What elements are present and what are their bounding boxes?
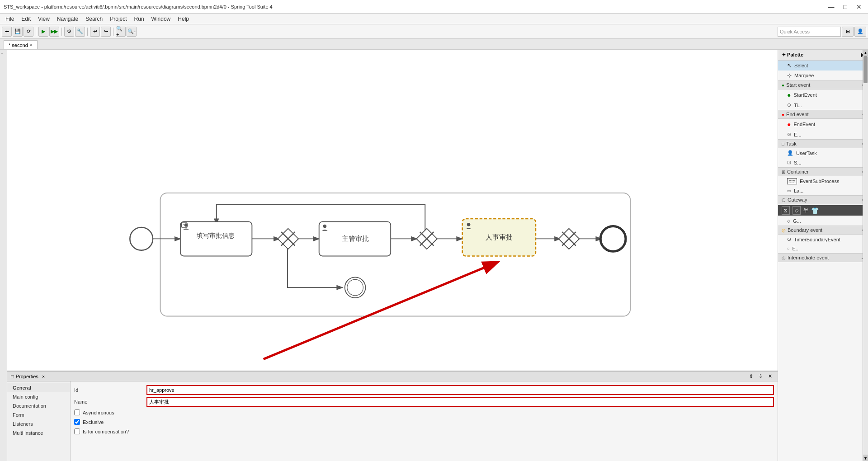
quick-access-input[interactable]: Quick Access [778, 27, 841, 37]
palette-section-boundary-event[interactable]: ◎ Boundary event ○ [778, 226, 868, 235]
palette-section-container[interactable]: ⊞ Container ○ [778, 167, 868, 176]
menu-help[interactable]: Help [174, 15, 193, 23]
svg-text:主管审批: 主管审批 [342, 235, 369, 242]
menu-navigate[interactable]: Navigate [53, 15, 82, 23]
minimize-button[interactable]: — [826, 2, 837, 11]
palette-item-start-event-2-label: Ti... [794, 103, 802, 108]
svg-point-29 [467, 223, 471, 226]
prop-sidebar-listeners[interactable]: Listeners [7, 419, 70, 428]
prop-row-async: Asynchronous [74, 409, 774, 416]
tab-second[interactable]: * second × [4, 40, 38, 49]
toolbar-btn-10[interactable]: 🔍+ [116, 27, 126, 37]
menu-window[interactable]: Window [148, 15, 175, 23]
container-2-icon: ▭ [787, 188, 791, 193]
toolbar-btn-9[interactable]: ↪ [101, 27, 111, 37]
toolbar-btn-6[interactable]: ⚙ [64, 27, 74, 37]
ruler-marker: + [0, 50, 7, 57]
toolbar-btn-5[interactable]: ▶▶ [49, 27, 59, 37]
toolbar-btn-11[interactable]: 🔍- [127, 27, 137, 37]
palette-item-event-subprocess[interactable]: ⊂⊃ EventSubProcess [778, 176, 868, 186]
prop-checkbox-exclusive[interactable] [74, 419, 80, 425]
toolbar-btn-2[interactable]: 💾 [13, 27, 23, 37]
end-event-2-icon: ⊗ [787, 132, 791, 137]
menu-search[interactable]: Search [82, 15, 106, 23]
prop-label-name: Name [74, 399, 146, 405]
properties-action-1[interactable]: ⇧ [747, 373, 755, 379]
palette-header: ✦ Palette ▶ [778, 50, 868, 61]
properties-action-3[interactable]: ✕ [766, 373, 774, 379]
palette-item-end-event-2[interactable]: ⊗ E... [778, 130, 868, 139]
palette-item-start-event[interactable]: ● StartEvent [778, 89, 868, 100]
palette-section-task[interactable]: □ Task ○ [778, 139, 868, 148]
svg-text:填写审批信息: 填写审批信息 [197, 232, 235, 239]
tab-close-icon[interactable]: × [30, 42, 33, 47]
palette-section-start-event[interactable]: ● Start event ○ [778, 80, 868, 89]
menu-edit[interactable]: Edit [18, 15, 34, 23]
maximize-button[interactable]: □ [841, 2, 850, 11]
svg-point-12 [130, 227, 153, 250]
palette-scroll-down[interactable]: ▼ [863, 455, 868, 461]
prop-sidebar-mainconfig[interactable]: Main config [7, 392, 70, 401]
palette-item-select[interactable]: ↖ Select [778, 61, 868, 71]
palette-item-gateway-extra[interactable]: ◇ G... [778, 216, 868, 226]
toolbar-btn-8[interactable]: ↩ [90, 27, 100, 37]
canvas-area[interactable]: 填写审批信息 主管审批 [7, 50, 778, 461]
toolbar-perspective-1[interactable]: ⊞ [842, 27, 854, 37]
palette-section-gateway[interactable]: ⬡ Gateway ○ [778, 195, 868, 204]
palette-item-end-event[interactable]: ● EndEvent [778, 119, 868, 130]
toolbar-btn-4[interactable]: ▶ [38, 27, 48, 37]
palette-item-timer-boundary[interactable]: ⊙ TimerBoundaryEvent [778, 235, 868, 244]
properties-close-icon[interactable]: × [42, 374, 45, 379]
palette-scroll-up[interactable]: ▲ [863, 50, 868, 56]
gateway-icon-1[interactable]: ⧖ [782, 206, 790, 215]
gateway-icon-4[interactable]: 👕 [811, 207, 819, 214]
prop-checkbox-async[interactable] [74, 409, 80, 415]
properties-minimize-icon[interactable]: □ [11, 374, 14, 379]
user-task-icon: 👤 [787, 150, 793, 156]
palette-section-intermediate-event[interactable]: ◎ Intermediate event ⌄ [778, 253, 868, 262]
toolbar-btn-3[interactable]: ⟳ [24, 27, 33, 37]
menu-view[interactable]: View [34, 15, 53, 23]
palette-item-container-2[interactable]: ▭ La... [778, 186, 868, 195]
toolbar-sep-4 [113, 28, 113, 36]
timer-boundary-icon: ⊙ [787, 236, 791, 242]
palette-item-start-event-2[interactable]: ⊙ Ti... [778, 100, 868, 110]
gateway-icon-3[interactable]: 半 [803, 207, 808, 214]
container-section-icon: ⊞ [782, 169, 785, 174]
palette-item-user-task[interactable]: 👤 UserTask [778, 148, 868, 158]
menu-file[interactable]: File [2, 15, 18, 23]
palette-item-user-task-label: UserTask [796, 151, 817, 156]
palette-item-marquee[interactable]: ⊹ Marquee [778, 71, 868, 80]
prop-sidebar-general[interactable]: General [7, 383, 70, 392]
toolbar-sep-1 [36, 28, 36, 36]
marquee-icon: ⊹ [787, 72, 792, 79]
tab-bar: * second × [0, 39, 868, 50]
palette-item-task-2[interactable]: ⊡ S... [778, 158, 868, 167]
menu-run[interactable]: Run [131, 15, 148, 23]
palette-scroll-thumb[interactable] [863, 56, 868, 83]
prop-checkbox-compensation[interactable] [74, 428, 80, 434]
palette-scrollbar[interactable]: ▲ ▼ [863, 50, 868, 461]
diagram-canvas[interactable]: 填写审批信息 主管审批 [7, 50, 778, 371]
prop-sidebar-documentation[interactable]: Documentation [7, 401, 70, 410]
prop-row-id: Id [74, 385, 774, 395]
app-title: STS_workspace - platform:/resource/activ… [4, 4, 273, 9]
palette-section-end-event[interactable]: ● End event ○ [778, 110, 868, 119]
close-button[interactable]: ✕ [854, 2, 864, 11]
svg-point-23 [323, 225, 327, 228]
palette-item-boundary-2[interactable]: ○ E... [778, 244, 868, 253]
prop-input-id[interactable] [146, 385, 774, 395]
prop-sidebar-multiinstance[interactable]: Multi instance [7, 428, 70, 437]
palette-item-task-2-label: S... [794, 160, 802, 165]
toolbar-btn-7[interactable]: 🔧 [75, 27, 85, 37]
toolbar-sep-2 [61, 28, 62, 36]
prop-sidebar-form[interactable]: Form [7, 410, 70, 419]
properties-action-2[interactable]: ⇩ [757, 373, 764, 379]
prop-input-name[interactable] [146, 397, 774, 407]
gateway-icon-2[interactable]: ◇ [793, 206, 801, 215]
properties-title: Properties [16, 374, 38, 379]
toolbar-perspective-2[interactable]: 👤 [854, 27, 866, 37]
prop-row-name: Name [74, 397, 774, 407]
toolbar-btn-1[interactable]: ⬅ [2, 27, 12, 37]
menu-project[interactable]: Project [106, 15, 130, 23]
